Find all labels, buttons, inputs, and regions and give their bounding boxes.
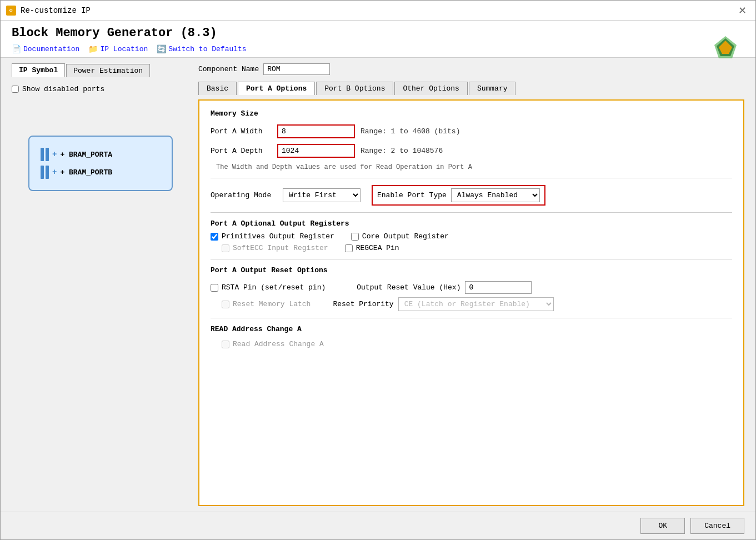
bram-portb-icon xyxy=(41,166,49,179)
operating-mode-select[interactable]: Write First Read First No Change xyxy=(283,188,361,202)
cancel-button[interactable]: Cancel xyxy=(690,518,744,534)
prim-output-reg-checkbox[interactable] xyxy=(211,233,218,241)
checkbox-row-2: SoftECC Input Register REGCEA Pin xyxy=(211,244,732,252)
divider-4 xyxy=(211,318,732,318)
footer: OK Cancel xyxy=(1,512,755,539)
show-disabled-checkbox[interactable] xyxy=(12,86,19,93)
ip-symbol-box: + + BRAM_PORTA + + BRAM_PORTB xyxy=(28,136,173,191)
regcea-label: REGCEA Pin xyxy=(356,244,399,252)
enable-port-type-select[interactable]: Always Enabled Use ENA Pin xyxy=(451,188,540,202)
tab-summary[interactable]: Summary xyxy=(469,82,516,95)
regcea-item: REGCEA Pin xyxy=(345,244,399,252)
tab-port-b[interactable]: Port B Options xyxy=(316,82,393,95)
rsta-row: RSTA Pin (set/reset pin) Output Reset Va… xyxy=(211,281,732,294)
left-panel: IP Symbol Power Estimation Show disabled… xyxy=(12,63,189,506)
checkbox-row-1: Primitives Output Register Core Output R… xyxy=(211,232,732,241)
vivado-logo-area xyxy=(712,34,739,63)
title-bar-left: ⚙ Re-customize IP xyxy=(6,6,91,16)
bram-portb-item: + + BRAM_PORTB xyxy=(41,166,161,179)
read-addr-title: READ Address Change A xyxy=(211,325,732,333)
bram-portb-label: + BRAM_PORTB xyxy=(60,168,112,177)
reset-memory-latch-label: Reset Memory Latch xyxy=(233,300,311,308)
folder-icon: 📁 xyxy=(88,44,98,54)
port-a-depth-row: Port A Depth Range: 2 to 1048576 xyxy=(211,144,732,158)
tab-basic[interactable]: Basic xyxy=(198,82,237,95)
ok-button[interactable]: OK xyxy=(640,518,685,534)
divider-2 xyxy=(211,212,732,213)
main-window: ⚙ Re-customize IP ✕ Block Memory Generat… xyxy=(0,0,756,540)
operating-mode-row: Operating Mode Write First Read First No… xyxy=(211,185,732,206)
documentation-label: Documentation xyxy=(23,45,79,53)
read-addr-section: READ Address Change A Read Address Chang… xyxy=(211,325,732,348)
tab-content-port-a: Memory Size Port A Width Range: 1 to 460… xyxy=(198,99,744,506)
bram-porta-icon xyxy=(41,148,49,161)
core-output-reg-checkbox[interactable] xyxy=(351,233,359,241)
rsta-checkbox[interactable] xyxy=(211,284,218,292)
soft-ecc-checkbox xyxy=(222,244,229,252)
component-name-input[interactable] xyxy=(263,63,330,75)
width-depth-info: The Width and Depth values are used for … xyxy=(216,163,732,171)
bram-porta-item: + + BRAM_PORTA xyxy=(41,148,161,161)
divider-1 xyxy=(211,178,732,178)
regcea-checkbox[interactable] xyxy=(345,244,353,252)
app-header: Block Memory Generator (8.3) 📄 Documenta… xyxy=(1,21,755,58)
port-a-width-label: Port A Width xyxy=(211,127,272,136)
output-reset-value-row: Output Reset Value (Hex) xyxy=(357,281,532,294)
component-name-label: Component Name xyxy=(198,65,259,73)
port-a-width-input[interactable] xyxy=(277,124,355,138)
output-reset-title: Port A Output Reset Options xyxy=(211,266,732,274)
bram-porta-label: + BRAM_PORTA xyxy=(60,151,112,159)
left-tabs: IP Symbol Power Estimation xyxy=(12,63,189,77)
output-reset-value-input[interactable] xyxy=(465,281,532,294)
output-reset-value-label: Output Reset Value (Hex) xyxy=(357,283,460,292)
switch-defaults-label: Switch to Defaults xyxy=(168,45,246,53)
rsta-item: RSTA Pin (set/reset pin) xyxy=(211,283,326,292)
optional-registers-title: Port A Optional Output Registers xyxy=(211,219,732,228)
port-a-depth-input[interactable] xyxy=(277,144,355,158)
window-title: Re-customize IP xyxy=(21,6,91,15)
close-button[interactable]: ✕ xyxy=(735,3,750,18)
documentation-link[interactable]: 📄 Documentation xyxy=(12,44,79,54)
bram-bar-1 xyxy=(41,148,44,161)
prim-output-reg-item: Primitives Output Register xyxy=(211,232,334,241)
soft-ecc-label: SoftECC Input Register xyxy=(233,244,328,252)
switch-defaults-link[interactable]: 🔄 Switch to Defaults xyxy=(157,44,246,54)
tab-ip-symbol[interactable]: IP Symbol xyxy=(12,63,65,77)
main-tabs: Basic Port A Options Port B Options Othe… xyxy=(198,82,744,95)
reset-memory-latch-row: Reset Memory Latch Reset Priority CE (La… xyxy=(211,297,732,311)
toolbar: 📄 Documentation 📁 IP Location 🔄 Switch t… xyxy=(12,44,247,54)
read-addr-label: Read Address Change A xyxy=(233,340,324,348)
core-output-reg-item: Core Output Register xyxy=(351,232,449,241)
bram-bar-4 xyxy=(46,166,49,179)
reset-priority-row: Reset Priority CE (Latch or Register Ena… xyxy=(333,297,553,311)
plus-icon-a: + xyxy=(52,150,57,159)
enable-port-box: Enable Port Type Always Enabled Use ENA … xyxy=(372,185,545,206)
plus-icon-b: + xyxy=(52,168,57,177)
tab-port-a[interactable]: Port A Options xyxy=(238,82,315,95)
ip-location-link[interactable]: 📁 IP Location xyxy=(88,44,148,54)
core-output-reg-label: Core Output Register xyxy=(362,232,449,241)
reset-memory-latch-item: Reset Memory Latch xyxy=(211,300,311,308)
app-title: Block Memory Generator (8.3) xyxy=(12,26,247,40)
doc-icon: 📄 xyxy=(12,44,21,54)
bram-bar-2 xyxy=(46,148,49,161)
title-bar: ⚙ Re-customize IP ✕ xyxy=(1,1,755,21)
read-addr-item: Read Address Change A xyxy=(222,340,732,348)
output-reset-section: Port A Output Reset Options RSTA Pin (se… xyxy=(211,266,732,311)
right-panel: Component Name Basic Port A Options Port… xyxy=(198,63,744,506)
reset-priority-label: Reset Priority xyxy=(333,300,393,308)
optional-registers: Port A Optional Output Registers Primiti… xyxy=(211,219,732,252)
tab-other[interactable]: Other Options xyxy=(394,82,467,95)
bram-bar-3 xyxy=(41,166,44,179)
refresh-icon: 🔄 xyxy=(157,44,166,54)
port-a-depth-range: Range: 2 to 1048576 xyxy=(361,147,443,155)
rsta-label: RSTA Pin (set/reset pin) xyxy=(222,283,326,292)
read-addr-checkbox xyxy=(222,341,229,348)
tab-power-estimation[interactable]: Power Estimation xyxy=(66,64,150,77)
reset-priority-select: CE (Latch or Register Enable) SR (Set/Re… xyxy=(398,297,554,311)
show-disabled-row: Show disabled ports xyxy=(12,85,189,93)
reset-memory-latch-checkbox xyxy=(222,301,229,308)
show-disabled-label: Show disabled ports xyxy=(22,85,104,93)
soft-ecc-item: SoftECC Input Register xyxy=(211,244,328,252)
port-a-depth-label: Port A Depth xyxy=(211,147,272,155)
